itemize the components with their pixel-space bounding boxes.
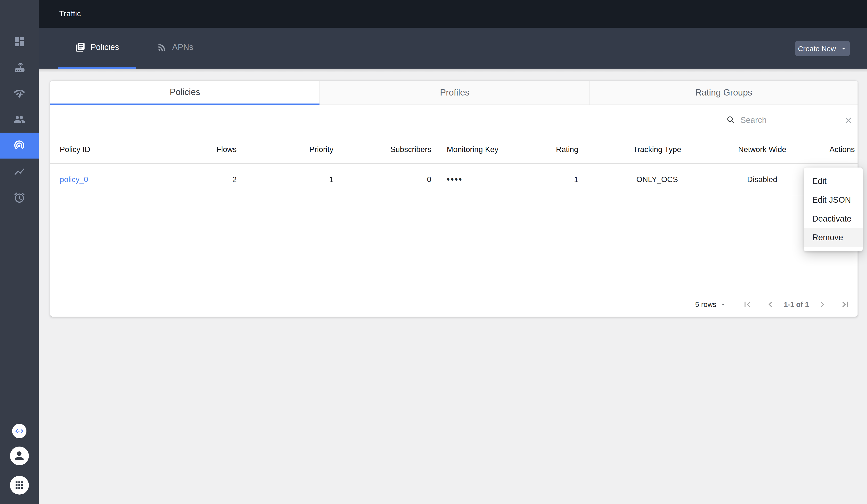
sidebar-item-traffic-policies[interactable]: [0, 133, 39, 158]
card-tab-profiles[interactable]: Profiles: [320, 81, 589, 105]
topbar: Traffic: [39, 0, 867, 28]
cell-tracking-type: ONLY_OCS: [636, 175, 678, 184]
dashboard-icon: [13, 36, 25, 48]
sidebar-item-alarms[interactable]: [0, 185, 39, 210]
caret-down-icon: [720, 301, 726, 308]
sidebar-nav: [0, 29, 39, 211]
next-page-button[interactable]: [817, 299, 828, 310]
sidebar-item-metrics[interactable]: [0, 158, 39, 185]
clear-search-icon[interactable]: [844, 116, 853, 125]
sidebar-item-network-check[interactable]: [0, 81, 39, 107]
active-tab-underline: [58, 67, 136, 69]
caret-down-icon: [840, 45, 847, 52]
page-title: Traffic: [59, 9, 81, 18]
cell-priority: 1: [329, 175, 334, 184]
router-icon: [13, 62, 25, 74]
page-range-label: 1-1 of 1: [784, 300, 809, 309]
col-tracking-type: Tracking Type: [633, 145, 682, 154]
card-tab-rating-groups-label: Rating Groups: [695, 88, 752, 98]
account-icon: [13, 449, 26, 462]
col-flows: Flows: [216, 145, 236, 154]
search-box: [724, 111, 854, 129]
row-actions-menu: Edit Edit JSON Deactivate Remove: [804, 167, 863, 251]
col-network-wide: Network Wide: [738, 145, 786, 154]
sidebar-item-dashboard[interactable]: [0, 29, 39, 55]
account-button[interactable]: [10, 447, 29, 465]
prev-page-button[interactable]: [765, 299, 776, 310]
create-new-label: Create New: [798, 45, 836, 53]
rows-per-page-label: 5 rows: [695, 300, 716, 309]
cell-subscribers: 0: [427, 175, 431, 184]
library-books-icon: [75, 42, 85, 52]
cell-rating: 1: [574, 175, 578, 184]
card-tab-policies[interactable]: Policies: [50, 81, 320, 105]
table-row: policy_0 2 1 0 •••• 1 ONLY_OCS Disabled: [50, 164, 858, 196]
cell-network-wide: Disabled: [747, 175, 777, 184]
policy-id-link[interactable]: policy_0: [60, 175, 88, 184]
sidebar-item-equipment[interactable]: [0, 55, 39, 81]
menu-item-edit[interactable]: Edit: [804, 172, 863, 190]
network-check-icon: [13, 88, 25, 100]
col-rating: Rating: [556, 145, 578, 154]
apps-button[interactable]: [10, 476, 29, 494]
pagination: 5 rows 1-1 of 1: [695, 295, 851, 315]
menu-item-remove[interactable]: Remove: [804, 228, 863, 247]
api-button[interactable]: [12, 424, 26, 438]
sidebar-item-subscribers[interactable]: [0, 107, 39, 133]
last-page-button[interactable]: [840, 299, 851, 310]
col-priority: Priority: [309, 145, 333, 154]
card-tab-policies-label: Policies: [170, 87, 200, 97]
sidebar: [0, 0, 39, 504]
code-icon: [14, 426, 24, 436]
table-header: Policy ID Flows Priority Subscribers Mon…: [50, 136, 858, 164]
cell-flows: 2: [232, 175, 237, 184]
section-tabbar: Policies APNs Create New: [39, 28, 867, 69]
rss-icon: [157, 42, 167, 52]
wifi-tethering-icon: [13, 139, 26, 152]
create-new-button[interactable]: Create New: [795, 41, 850, 56]
first-page-button[interactable]: [742, 299, 753, 310]
tab-apns[interactable]: APNs: [136, 28, 214, 67]
apps-icon: [14, 480, 25, 491]
col-actions: Actions: [829, 145, 855, 154]
card-tab-rating-groups[interactable]: Rating Groups: [589, 81, 858, 105]
tab-policies-label: Policies: [90, 42, 119, 52]
col-monitoring-key: Monitoring Key: [431, 145, 499, 154]
tab-policies[interactable]: Policies: [58, 28, 136, 67]
card-tab-profiles-label: Profiles: [440, 88, 470, 98]
chart-icon: [13, 166, 25, 178]
search-icon: [726, 115, 736, 125]
menu-item-deactivate[interactable]: Deactivate: [804, 209, 863, 228]
search-input[interactable]: [740, 116, 839, 125]
alarm-icon: [13, 191, 25, 204]
menu-item-edit-json[interactable]: Edit JSON: [804, 190, 863, 209]
col-subscribers: Subscribers: [390, 145, 431, 154]
policies-card: Policies Profiles Rating Groups Policy I…: [50, 81, 858, 317]
col-policy-id: Policy ID: [60, 145, 90, 154]
rows-per-page-select[interactable]: 5 rows: [695, 300, 726, 309]
card-tabs: Policies Profiles Rating Groups: [50, 81, 858, 105]
sidebar-bottom: [0, 424, 39, 494]
people-icon: [13, 113, 25, 125]
tab-apns-label: APNs: [172, 42, 193, 52]
main-content: Policies Profiles Rating Groups Policy I…: [39, 69, 867, 504]
cell-monitoring-key: ••••: [431, 175, 463, 184]
